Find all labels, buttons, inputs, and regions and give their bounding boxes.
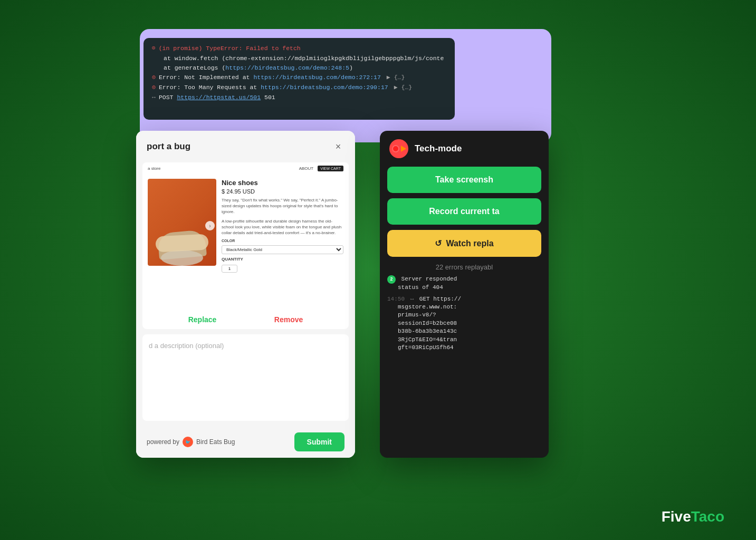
tech-panel-title: Tech-mode: [415, 143, 462, 154]
fivetaco-logo: FiveTaco: [662, 508, 724, 525]
console-line-post: ↔ POST https://httpstat.us/501 501: [152, 93, 446, 102]
tech-panel-header: Tech-mode: [380, 131, 549, 167]
record-current-button[interactable]: Record current ta: [387, 198, 541, 225]
log-timestamp: 14:50: [387, 296, 405, 302]
log-text-404: status of 404: [387, 284, 443, 291]
modal-header: port a bug ×: [136, 131, 355, 162]
log-item-1: 2 Server responded status of 404: [387, 275, 541, 292]
tech-panel: Tech-mode Take screensh Record current t…: [380, 131, 549, 458]
error-icon-2: ⊙: [152, 83, 156, 92]
watch-replay-label: Watch repla: [446, 239, 493, 248]
console-line-error1: ⊙ Error: Not Implemented at https://bird…: [152, 73, 446, 82]
submit-button[interactable]: Submit: [294, 432, 344, 451]
log-url-2: primus-v8/?: [387, 312, 436, 318]
shop-content: › Nice shoes $ 24.95 USD They say, "Don'…: [142, 175, 349, 277]
remove-button[interactable]: Remove: [274, 315, 303, 324]
report-bug-modal: port a bug × a store ABOUT VIEW CART ›: [136, 131, 355, 458]
console-line-promise: ⊙ (in promise) TypeError: Failed to fetc…: [152, 44, 446, 53]
about-label: ABOUT: [299, 166, 314, 171]
log-text-server: Server responded: [401, 276, 457, 282]
errors-log: 2 Server responded status of 404 14:50 ↔…: [380, 275, 549, 458]
console-text-promise: (in promise) TypeError: Failed to fetch: [159, 44, 301, 53]
quantity-input[interactable]: [222, 265, 237, 273]
prev-arrow-icon[interactable]: ›: [205, 221, 215, 230]
record-button-red[interactable]: [389, 139, 408, 158]
errors-count: 22 errors replayabl: [380, 257, 549, 275]
powered-by-text: powered by: [147, 438, 179, 446]
log-url-5: 3RjCpT&EIO=4&tran: [387, 336, 457, 343]
console-line-error2: ⊙ Error: Too Many Requests at https://bi…: [152, 83, 446, 92]
log-url-4: b38b-6ba3b3ea143c: [387, 328, 457, 334]
replace-button[interactable]: Replace: [188, 315, 217, 324]
view-cart-btn[interactable]: VIEW CART: [318, 166, 343, 171]
log-item-2: 14:50 ↔ GET https:// msgstore.www.not: p…: [387, 295, 541, 352]
log-exchange-icon: ↔: [410, 296, 414, 302]
console-panel: ⊙ (in promise) TypeError: Failed to fetc…: [143, 38, 455, 120]
console-indent-1: at window.fetch (chrome-extension://mdpl…: [152, 54, 446, 63]
log-badge-2: 2: [387, 275, 396, 284]
shoe-desc-2: A low-profile silhouette and durable des…: [222, 218, 343, 236]
shop-header: a store ABOUT VIEW CART: [142, 162, 349, 175]
tech-panel-buttons: Take screensh Record current ta ↺ Watch …: [380, 167, 549, 257]
console-text-error2: Error: Too Many Requests at https://bird…: [159, 83, 412, 92]
post-icon: ↔: [152, 93, 156, 102]
modal-screenshot-container: a store ABOUT VIEW CART › Nice shoes $ 2…: [142, 162, 349, 329]
log-method: GET https://: [419, 296, 461, 302]
log-url-1: msgstore.www.not:: [387, 304, 457, 310]
color-label: COLOR: [222, 239, 343, 243]
watch-replay-button[interactable]: ↺ Watch repla: [387, 230, 541, 257]
shoe-rock: [161, 250, 203, 266]
logo-taco: Taco: [691, 508, 724, 525]
console-indent-2: at generateLogs (https://birdeatsbug.com…: [152, 64, 446, 72]
watch-replay-icon: ↺: [435, 238, 442, 248]
take-screenshot-button[interactable]: Take screensh: [387, 167, 541, 193]
modal-footer: powered by 🐦 Bird Eats Bug Submit: [136, 426, 355, 458]
powered-by: powered by 🐦 Bird Eats Bug: [147, 437, 235, 447]
logo-five: Five: [662, 508, 691, 525]
modal-description-area[interactable]: d a description (optional): [142, 334, 349, 421]
shoe-name: Nice shoes: [222, 179, 343, 187]
shop-name: a store: [148, 166, 160, 171]
error-icon-1: ⊙: [152, 73, 156, 82]
console-text-error1: Error: Not Implemented at https://birdea…: [159, 73, 405, 82]
shoe-details: Nice shoes $ 24.95 USD They say, "Don't …: [222, 179, 343, 273]
log-url-6: gft=03RiCpUSfh64: [387, 344, 454, 351]
log-url-3: sessionId=b2bce08: [387, 320, 457, 326]
quantity-label: QUANTITY: [222, 257, 343, 262]
console-text-post: POST https://httpstat.us/501 501: [159, 93, 275, 102]
modal-actions: Replace Remove: [149, 310, 342, 329]
description-placeholder: d a description (optional): [149, 342, 224, 350]
shoe-price: $ 24.95 USD: [222, 188, 343, 195]
promise-icon: ⊙: [152, 44, 156, 52]
shoe-desc-1: They say, "Don't fix what works." We say…: [222, 197, 343, 215]
modal-title: port a bug: [147, 141, 190, 152]
color-select[interactable]: Black/Metallic Gold: [222, 245, 343, 254]
play-arrow-icon: [401, 146, 406, 152]
brand-name: Bird Eats Bug: [196, 438, 235, 446]
close-icon[interactable]: ×: [332, 140, 344, 153]
beb-logo: 🐦: [183, 437, 193, 447]
record-dot: [392, 145, 399, 152]
screenshot-inner: a store ABOUT VIEW CART › Nice shoes $ 2…: [142, 162, 349, 310]
